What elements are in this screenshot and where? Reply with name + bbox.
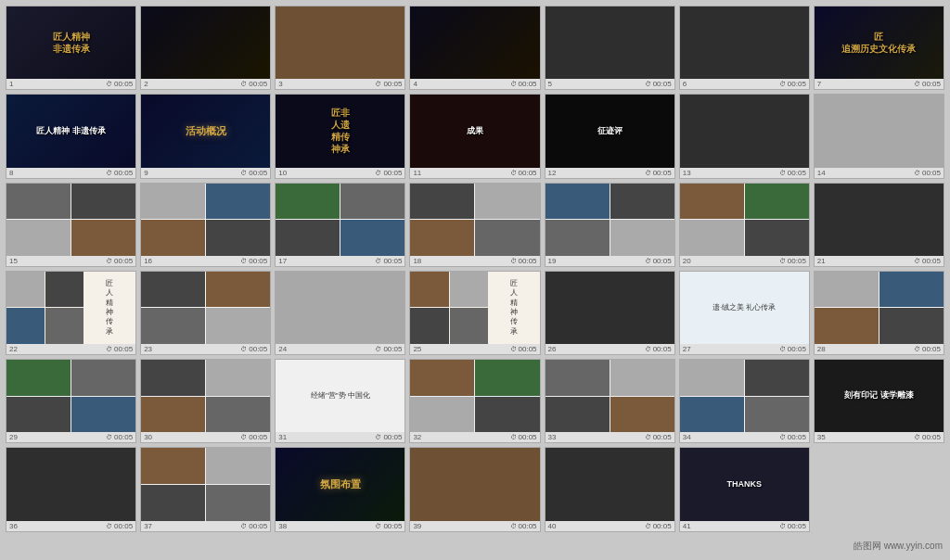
duration-icon: ⏱ xyxy=(106,81,112,87)
slide-item[interactable]: 遗·绒之美 礼心传承27⏱00:05 xyxy=(679,271,810,355)
slide-item[interactable]: 28⏱00:05 xyxy=(814,271,944,355)
slide-item[interactable]: 5⏱00:05 xyxy=(545,6,675,90)
slide-number: 9 xyxy=(144,169,148,177)
slide-duration-value: 00:05 xyxy=(249,433,267,441)
slide-item[interactable]: 20⏱00:05 xyxy=(679,183,810,267)
slide-item[interactable]: 34⏱00:05 xyxy=(679,359,810,443)
grid-cell xyxy=(340,220,404,256)
grid-cell xyxy=(546,184,610,220)
slide-duration-value: 00:05 xyxy=(788,169,806,177)
duration-icon: ⏱ xyxy=(240,434,247,440)
grid-cell xyxy=(475,220,539,256)
slide-duration-value: 00:05 xyxy=(383,345,402,353)
slide-item[interactable]: 征迹评12⏱00:05 xyxy=(545,94,675,178)
slide-item[interactable]: 13⏱00:05 xyxy=(679,94,810,178)
slide-item[interactable]: 36⏱00:05 xyxy=(6,447,136,531)
slide-text: 征迹评 xyxy=(596,124,624,139)
slide-number: 27 xyxy=(683,345,691,353)
slide-item[interactable]: 19⏱00:05 xyxy=(545,183,675,267)
slide-item[interactable]: 2⏱00:05 xyxy=(140,6,271,90)
slide-number: 1 xyxy=(9,80,13,88)
duration-icon: ⏱ xyxy=(375,258,381,264)
slide-number: 32 xyxy=(413,433,421,441)
watermark: 皓图网 www.yyin.com xyxy=(854,540,943,553)
grid-cell xyxy=(6,397,71,433)
slide-text: 匠 人 精 神 传 承 xyxy=(104,277,115,338)
slide-number: 19 xyxy=(548,257,557,265)
slide-item[interactable]: 匠 人 精 神 传 承22⏱00:05 xyxy=(6,271,136,355)
slide-item[interactable]: 匠 追溯历史文化传承7⏱00:05 xyxy=(814,6,944,90)
slide-number: 26 xyxy=(548,345,557,353)
slide-item[interactable]: 氛围布置38⏱00:05 xyxy=(275,447,405,531)
slide-item[interactable]: 匠人精神 非遗传承1⏱00:05 xyxy=(6,6,136,90)
slide-duration-value: 00:05 xyxy=(519,345,537,353)
slide-item[interactable]: 6⏱00:05 xyxy=(679,6,810,90)
slide-text: 刻有印记 读学雕漆 xyxy=(842,388,916,403)
slide-item[interactable]: 刻有印记 读学雕漆35⏱00:05 xyxy=(814,359,944,443)
slide-duration-value: 00:05 xyxy=(653,169,672,177)
duration-icon: ⏱ xyxy=(375,81,381,87)
slide-item[interactable]: 40⏱00:05 xyxy=(545,447,675,531)
slide-item[interactable]: 匠非 人遗 精传 神承10⏱00:05 xyxy=(275,94,405,178)
slide-item[interactable]: 成果11⏱00:05 xyxy=(409,94,540,178)
slide-item[interactable]: 26⏱00:05 xyxy=(545,271,675,355)
slide-number: 31 xyxy=(278,433,287,441)
slide-number: 22 xyxy=(9,345,18,353)
slide-item[interactable]: 21⏱00:05 xyxy=(814,183,944,267)
slide-duration-value: 00:05 xyxy=(383,80,402,88)
slide-duration-value: 00:05 xyxy=(788,80,806,88)
slide-item[interactable]: 活动概况9⏱00:05 xyxy=(140,94,271,178)
duration-icon: ⏱ xyxy=(779,81,786,87)
slide-number: 41 xyxy=(683,522,691,530)
grid-cell xyxy=(610,360,674,396)
slide-item[interactable]: 14⏱00:05 xyxy=(814,94,944,178)
grid-cell xyxy=(546,397,610,433)
slide-item[interactable]: 18⏱00:05 xyxy=(409,183,540,267)
grid-cell xyxy=(475,397,539,433)
slide-duration-value: 00:05 xyxy=(653,433,672,441)
duration-icon: ⏱ xyxy=(914,346,920,352)
slide-item[interactable]: 23⏱00:05 xyxy=(140,271,271,355)
grid-cell xyxy=(141,220,205,256)
slide-duration-value: 00:05 xyxy=(788,433,806,441)
slide-item[interactable]: 37⏱00:05 xyxy=(140,447,271,531)
slide-duration-value: 00:05 xyxy=(653,522,672,530)
grid-cell xyxy=(410,360,474,396)
slide-item[interactable]: 29⏱00:05 xyxy=(6,359,136,443)
grid-cell xyxy=(475,184,539,220)
slide-item[interactable]: 匠 人 精 神 传 承25⏱00:05 xyxy=(409,271,540,355)
grid-cell xyxy=(745,360,809,396)
slide-duration-value: 00:05 xyxy=(383,433,402,441)
slide-item[interactable]: 30⏱00:05 xyxy=(140,359,271,443)
grid-cell xyxy=(879,272,944,308)
slide-number: 2 xyxy=(144,80,148,88)
grid-cell xyxy=(6,360,71,396)
slide-number: 40 xyxy=(548,522,557,530)
grid-cell xyxy=(141,308,205,344)
slide-item[interactable]: 24⏱00:05 xyxy=(275,271,405,355)
duration-icon: ⏱ xyxy=(240,258,247,264)
slide-item[interactable]: 39⏱00:05 xyxy=(409,447,540,531)
duration-icon: ⏱ xyxy=(645,523,651,529)
duration-icon: ⏱ xyxy=(645,81,651,87)
grid-cell xyxy=(410,397,474,433)
slide-text: THANKS xyxy=(725,477,764,492)
duration-icon: ⏱ xyxy=(510,81,517,87)
slide-duration-value: 00:05 xyxy=(519,433,537,441)
slide-number: 21 xyxy=(817,257,826,265)
slide-item[interactable]: 3⏱00:05 xyxy=(275,6,405,90)
slide-item[interactable]: 17⏱00:05 xyxy=(275,183,405,267)
grid-cell xyxy=(206,220,270,256)
grid-cell xyxy=(680,360,744,396)
duration-icon: ⏱ xyxy=(106,258,112,264)
slide-item[interactable]: 33⏱00:05 xyxy=(545,359,675,443)
slide-duration-value: 00:05 xyxy=(383,522,402,530)
grid-cell xyxy=(206,448,270,484)
slide-item[interactable]: 32⏱00:05 xyxy=(409,359,540,443)
slide-item[interactable]: 经绪"营"势 中国化31⏱00:05 xyxy=(275,359,405,443)
slide-item[interactable]: 16⏱00:05 xyxy=(140,183,271,267)
slide-item[interactable]: THANKS41⏱00:05 xyxy=(679,447,810,531)
slide-item[interactable]: 4⏱00:05 xyxy=(409,6,540,90)
slide-item[interactable]: 15⏱00:05 xyxy=(6,183,136,267)
slide-item[interactable]: 匠人精神 非遗传承8⏱00:05 xyxy=(6,94,136,178)
